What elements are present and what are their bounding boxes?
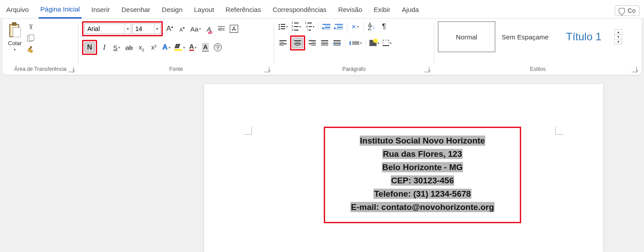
bullets-button[interactable]: ▾ — [278, 21, 289, 32]
sort-button[interactable]: AZ↓ — [366, 21, 377, 32]
group-label-font: Fonte — [82, 65, 270, 74]
font-name-input[interactable] — [85, 24, 125, 34]
menu-inserir[interactable]: Inserir — [90, 3, 112, 18]
indent-icon: ▸ — [335, 24, 343, 29]
brush-icon — [27, 46, 35, 53]
group-styles: Normal Sem Espaçame Título 1 ▴ ▾ ▾ Estil… — [434, 19, 641, 75]
underline-button[interactable]: S▾ — [111, 42, 122, 53]
line-spacing-button[interactable]: ▴▾ ▾ — [348, 38, 363, 48]
text-effects-button[interactable]: A▾ — [161, 42, 172, 53]
italic-button[interactable]: I — [99, 42, 110, 53]
enclose-chars-button[interactable]: 字 — [212, 42, 223, 53]
comments-button[interactable]: Co — [615, 5, 640, 16]
document-line: Telefone: (31) 1234-5678 — [331, 189, 514, 199]
group-label-paragraph: Parágrafo — [278, 65, 430, 74]
text-direction-button[interactable]: ✕▾ — [350, 21, 361, 32]
dialog-launcher-icon[interactable] — [68, 67, 74, 72]
margin-corner-tr — [555, 127, 563, 135]
justify-button[interactable] — [319, 38, 330, 48]
shading-button[interactable]: ▾ — [369, 38, 380, 48]
font-color-icon: A — [189, 44, 194, 51]
distributed-button[interactable]: ◂▸ — [332, 38, 342, 48]
bold-icon: N — [87, 43, 92, 51]
clear-formatting-button[interactable]: A — [204, 23, 214, 34]
document-line: CEP: 30123-456 — [331, 176, 514, 186]
format-painter-button[interactable] — [26, 45, 35, 54]
comments-label: Co — [628, 7, 636, 14]
change-case-button[interactable]: Aa▾ — [189, 23, 202, 34]
superscript-icon: x — [151, 44, 157, 51]
align-right-button[interactable] — [307, 38, 318, 48]
font-size-input[interactable] — [133, 24, 154, 34]
menu-pagina-inicial[interactable]: Página Inicial — [39, 3, 82, 19]
numbering-button[interactable]: 1 2 3 ▾ — [291, 21, 302, 32]
group-label-clipboard: Área de Transferência — [6, 65, 75, 74]
paste-button[interactable]: Colar ▾ — [6, 21, 24, 53]
subscript-button[interactable]: x — [136, 42, 147, 53]
styles-expand[interactable]: ▾ — [615, 39, 622, 44]
show-marks-button[interactable]: ¶ — [379, 21, 389, 32]
font-color-button[interactable]: A▾ — [188, 42, 198, 53]
font-size-combo[interactable]: ▾ — [132, 23, 161, 34]
superscript-button[interactable]: x — [149, 42, 159, 53]
group-font: ▾ ▾ A▴ A▾ Aa▾ A abc A N I S — [79, 19, 274, 75]
align-center-button[interactable] — [292, 38, 303, 48]
document-page[interactable]: Instituto Social Novo Horizonte Rua das … — [204, 84, 603, 252]
phonetic-icon: abc — [218, 26, 225, 31]
sort-icon: AZ↓ — [368, 23, 375, 30]
menu-desenhar[interactable]: Desenhar — [120, 3, 152, 18]
font-name-combo[interactable]: ▾ — [84, 23, 131, 34]
shrink-font-button[interactable]: A▾ — [177, 23, 188, 34]
grow-font-button[interactable]: A▴ — [165, 23, 175, 34]
highlight-align-center — [290, 35, 305, 50]
borders-button[interactable]: ▾ — [382, 38, 393, 48]
menu-layout[interactable]: Layout — [192, 3, 216, 18]
cut-button[interactable] — [26, 22, 35, 31]
menu-referencias[interactable]: Referências — [224, 3, 263, 18]
menu-exibir[interactable]: Exibir — [372, 3, 393, 18]
highlight-color-button[interactable]: ▾ — [173, 42, 186, 53]
menu-correspondencias[interactable]: Correspondências — [271, 3, 329, 18]
chevron-down-icon[interactable]: ▾ — [154, 24, 160, 34]
bold-button[interactable]: N — [84, 42, 95, 53]
text-effects-icon: A — [162, 43, 168, 52]
align-left-button[interactable] — [278, 38, 288, 48]
paint-bucket-icon — [369, 40, 377, 46]
bullets-icon — [279, 24, 285, 30]
menu-revisao[interactable]: Revisão — [336, 3, 364, 18]
clipboard-icon — [8, 22, 22, 39]
paste-label: Colar — [8, 40, 22, 47]
styles-scroll-up[interactable]: ▴ — [615, 30, 622, 35]
decrease-indent-button[interactable]: ◂ — [321, 21, 332, 32]
strikethrough-button[interactable]: ab — [124, 42, 134, 53]
multilevel-list-button[interactable]: 1 a i ▾ — [304, 21, 315, 32]
highlighter-icon — [174, 44, 182, 51]
style-normal[interactable]: Normal — [438, 21, 495, 52]
dialog-launcher-icon[interactable] — [632, 67, 637, 72]
document-area: Instituto Social Novo Horizonte Rua das … — [0, 78, 644, 252]
chevron-down-icon[interactable]: ▾ — [125, 24, 131, 34]
borders-icon — [383, 40, 389, 46]
char-border-button[interactable]: A — [228, 23, 239, 34]
align-left-icon — [279, 40, 287, 46]
char-shading-button[interactable]: A — [200, 42, 211, 53]
change-case-icon: Aa — [190, 25, 198, 33]
increase-indent-button[interactable]: ▸ — [334, 21, 344, 32]
highlight-font-controls: ▾ ▾ — [82, 21, 163, 36]
style-title-1[interactable]: Título 1 — [555, 21, 613, 52]
menu-design[interactable]: Design — [160, 3, 185, 18]
styles-scroll-down[interactable]: ▾ — [615, 35, 622, 39]
enclose-icon: 字 — [214, 43, 222, 51]
dialog-launcher-icon[interactable] — [264, 67, 269, 72]
menu-ajuda[interactable]: Ajuda — [400, 3, 420, 18]
dialog-launcher-icon[interactable] — [424, 67, 429, 72]
speech-bubble-icon — [619, 8, 625, 13]
copy-button[interactable] — [26, 34, 35, 43]
group-paragraph: ▾ 1 2 3 ▾ 1 a i ▾ — [274, 19, 434, 75]
shading-icon: A — [202, 43, 209, 52]
style-no-spacing[interactable]: Sem Espaçame — [496, 21, 554, 52]
align-center-icon — [294, 40, 301, 46]
phonetic-guide-button[interactable]: abc — [216, 23, 227, 34]
menu-arquivo[interactable]: Arquivo — [4, 3, 31, 18]
grow-font-icon: A▴ — [166, 24, 173, 33]
